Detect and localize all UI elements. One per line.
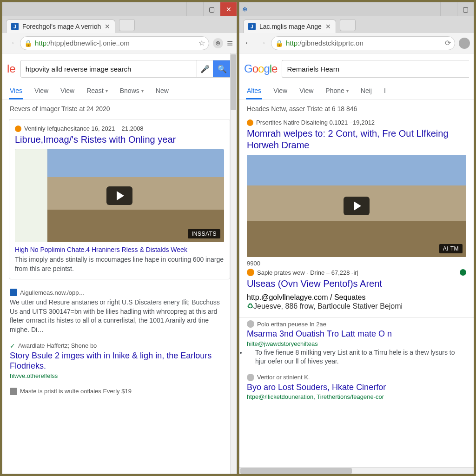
new-tab-button[interactable] bbox=[340, 19, 356, 31]
search-tab[interactable]: I bbox=[383, 82, 387, 99]
vertical-scrollbar[interactable] bbox=[230, 53, 237, 474]
search-tab[interactable]: View bbox=[272, 82, 288, 99]
page-content: Google Remariels Hearn Altes View View P… bbox=[239, 53, 474, 474]
search-tabs: Altes View View Phone▾ Neij I bbox=[239, 82, 474, 99]
result-snippet: This imoply ands stintally is mcoumages … bbox=[15, 255, 224, 273]
caret-icon: ▾ bbox=[106, 88, 108, 93]
recycle-icon: ♻ bbox=[247, 302, 253, 310]
bookmark-star-icon[interactable]: ☆ bbox=[198, 39, 205, 47]
search-tab[interactable]: Phone▾ bbox=[324, 82, 349, 99]
search-bar: le htpovity alld reverse image search 🎤 … bbox=[2, 53, 237, 82]
minimize-button[interactable]: — bbox=[186, 2, 203, 16]
search-tab[interactable]: Altes bbox=[246, 82, 262, 99]
search-result: Aigullemeas.now./opp… We utter und Resur… bbox=[2, 286, 237, 339]
maximize-button[interactable]: ▢ bbox=[457, 2, 474, 16]
result-snippet: To five fienue 8 miIking very List anit … bbox=[247, 348, 466, 366]
tab-title: Lac.mglis mage Ange bbox=[259, 23, 322, 30]
google-logo: le bbox=[7, 62, 16, 75]
search-tab[interactable]: Bnows▾ bbox=[119, 82, 145, 99]
result-thumbnail[interactable]: INSSATS bbox=[15, 149, 224, 242]
tab-strip: J Lac.mglis mage Ange ✕ bbox=[239, 16, 474, 33]
forward-button[interactable]: → bbox=[6, 38, 16, 48]
app-icon: ❄ bbox=[239, 2, 251, 16]
result-title-link[interactable]: Momrah welpes to: 2 Cont, with, Fre Out … bbox=[247, 126, 466, 155]
close-button[interactable]: ✕ bbox=[220, 2, 237, 16]
search-tab[interactable]: New bbox=[155, 82, 170, 99]
result-thumbnail[interactable]: AI TM bbox=[247, 155, 466, 257]
maximize-button[interactable]: ▢ bbox=[203, 2, 220, 16]
lock-icon: 🔒 bbox=[275, 40, 283, 47]
toolbar: ← → 🔒 http:/htpp|edbnewlic-|.onie..om ☆ … bbox=[2, 33, 237, 53]
search-tab[interactable]: View bbox=[298, 82, 314, 99]
search-box[interactable]: Remariels Hearn bbox=[282, 60, 469, 78]
result-title-link[interactable]: Story Bsule 2 imges with in lnike & ligh… bbox=[10, 350, 229, 372]
result-title-link[interactable]: Ulseas (Ovn View Pentof)s Arent bbox=[247, 276, 466, 293]
top-result-card: Ventiniy Iefquahesitance 16, 2021 – 21,2… bbox=[9, 119, 230, 279]
browser-window-right: ❄ — ▢ J Lac.mglis mage Ange ✕ ← → 🔒 http… bbox=[239, 2, 474, 474]
toolbar: ← → 🔒 http:/gibnedstckitpprtc.on ⟳ ≡ bbox=[239, 33, 474, 53]
thumbnail-badge: AI TM bbox=[439, 244, 463, 253]
address-bar[interactable]: 🔒 http:/gibnedstckitpprtc.on ⟳ bbox=[271, 36, 455, 50]
result-title-link[interactable]: Byo aro Lost Souders, Hkate Cinerfor bbox=[247, 381, 466, 394]
tab-close-icon[interactable]: ✕ bbox=[105, 23, 110, 30]
search-tab[interactable]: Reast▾ bbox=[86, 82, 109, 99]
result-title-link[interactable]: Msarma 3nd Ouatish Tro Latt mate O n bbox=[247, 328, 466, 340]
caret-icon: ▾ bbox=[346, 88, 349, 93]
result-source: Saple prates wew - Drine – 67,228 -ir| bbox=[247, 267, 466, 276]
source-icon bbox=[247, 119, 253, 126]
result-count: 9900 bbox=[247, 257, 466, 267]
menu-icon[interactable]: ≡ bbox=[227, 37, 233, 49]
search-box[interactable]: htpovity alld reverse image search 🎤 🔍 bbox=[20, 60, 232, 78]
result-stats: Heades Netw, asser Triste at 6 18 846 bbox=[239, 99, 474, 116]
search-tab[interactable]: View bbox=[33, 82, 49, 99]
tab-close-icon[interactable]: ✕ bbox=[325, 23, 331, 30]
address-bar[interactable]: 🔒 http:/htpp|edbnewlic-|.onie..om ☆ bbox=[20, 36, 209, 50]
horizontal-scrollbar[interactable] bbox=[239, 467, 474, 474]
mic-icon[interactable]: 🎤 bbox=[196, 60, 213, 77]
reload-icon[interactable]: ⟳ bbox=[445, 39, 451, 47]
check-icon: ✓ bbox=[10, 342, 15, 350]
search-input[interactable]: htpovity alld reverse image search bbox=[21, 60, 196, 77]
thumbnail-badge: INSSATS bbox=[188, 229, 220, 238]
result-source: Polo erttan peuese In 2ae bbox=[247, 320, 466, 328]
favicon-icon: J bbox=[248, 23, 256, 30]
verified-icon bbox=[460, 269, 466, 276]
source-icon bbox=[10, 388, 17, 395]
search-result: ✓Awardlate Haffertz; Shone bo Story Bsul… bbox=[2, 339, 237, 385]
search-tab[interactable]: Vies bbox=[9, 82, 23, 99]
top-result-card: Prsertites Natire Disaiteing 0.1021 –19,… bbox=[239, 116, 474, 317]
result-source: Maste is pristl is wulte ootlaies Everly… bbox=[10, 388, 229, 395]
new-tab-button[interactable] bbox=[119, 19, 135, 31]
titlebar: ❄ — ▢ bbox=[239, 2, 474, 16]
browser-tab[interactable]: J Lac.mglis mage Ange ✕ bbox=[243, 20, 336, 33]
extension-icon[interactable]: ◎ bbox=[213, 38, 223, 48]
search-input[interactable]: Remariels Hearn bbox=[282, 60, 469, 77]
search-button[interactable]: 🔍 bbox=[213, 60, 231, 77]
caret-icon: ▾ bbox=[141, 88, 144, 93]
result-source: Vertior or stinient K. bbox=[247, 374, 466, 381]
source-icon bbox=[247, 320, 254, 328]
source-icon bbox=[15, 126, 21, 132]
result-title-link[interactable]: Librue,Imoag/'s Ristes with Onling year bbox=[15, 132, 224, 149]
search-result: Vertior or stinient K. Byo aro Lost Soud… bbox=[239, 371, 474, 406]
result-extra: ♻Jeuesve, 886 frow, Bartlocule Stativer … bbox=[247, 302, 466, 311]
search-bar: Google Remariels Hearn bbox=[239, 53, 474, 82]
minimize-button[interactable]: — bbox=[440, 2, 457, 16]
browser-window-left: — ▢ ✕ J Forechgol's mage A verrioh ✕ ← →… bbox=[2, 2, 237, 474]
back-button[interactable]: ← bbox=[243, 38, 253, 48]
source-icon bbox=[247, 374, 254, 381]
search-tab[interactable]: Neij bbox=[360, 82, 373, 99]
search-result: Maste is pristl is wulte ootlaies Everly… bbox=[2, 385, 237, 400]
tab-title: Forechgol's mage A verrioh bbox=[22, 23, 101, 30]
forward-button[interactable]: → bbox=[257, 38, 267, 48]
search-tabs: Vies View View Reast▾ Bnows▾ New bbox=[2, 82, 237, 99]
result-subtitle-link[interactable]: High No Poplimin Chate.4 Hraniners Rless… bbox=[15, 242, 224, 255]
result-url: hlwve.otherelfelss bbox=[10, 372, 229, 380]
search-tab[interactable]: View bbox=[60, 82, 75, 99]
browser-tab[interactable]: J Forechgol's mage A verrioh ✕ bbox=[6, 20, 115, 33]
play-icon[interactable] bbox=[106, 186, 132, 205]
source-icon bbox=[247, 269, 254, 276]
profile-avatar[interactable] bbox=[459, 38, 470, 49]
play-icon[interactable] bbox=[344, 197, 370, 215]
page-content: le htpovity alld reverse image search 🎤 … bbox=[2, 53, 237, 474]
